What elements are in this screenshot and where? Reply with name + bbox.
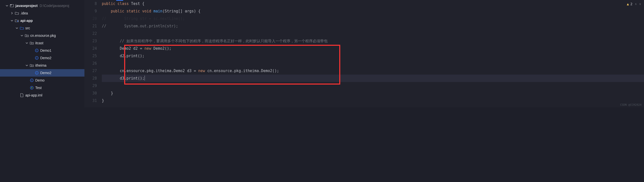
- svg-text:C: C: [36, 50, 38, 52]
- tree-item-demo2[interactable]: CDemo2: [0, 54, 84, 62]
- code-line[interactable]: [102, 82, 644, 90]
- project-sidebar[interactable]: javaseproject D:\Code\javaseproj .ideaap…: [0, 0, 84, 107]
- tree-item-demo2[interactable]: CDemo2: [0, 69, 84, 77]
- token-indent: [102, 76, 120, 81]
- code-line[interactable]: Demo2 d2 = new Demo2();: [102, 45, 644, 52]
- line-number[interactable]: 22: [84, 30, 97, 37]
- svg-point-9: [31, 65, 32, 66]
- line-gutter[interactable]: 89202122232425262728293031: [84, 0, 102, 107]
- svg-point-2: [17, 21, 18, 22]
- svg-rect-1: [10, 5, 12, 5]
- line-number[interactable]: 31: [84, 97, 97, 104]
- tree-item-itcast[interactable]: itcast: [0, 39, 84, 47]
- code-line[interactable]: d3.print();: [102, 75, 644, 82]
- class-icon: C: [35, 49, 39, 53]
- tree-item--idea[interactable]: .idea: [0, 10, 84, 17]
- tree-item-label: Demo2: [40, 56, 52, 60]
- line-number[interactable]: 29: [84, 82, 97, 90]
- token-comment: // System.out.println(str);: [102, 24, 178, 28]
- tree-item-test[interactable]: Test: [0, 84, 84, 91]
- line-number[interactable]: 26: [84, 60, 97, 67]
- token-plain: (String[] args) {: [162, 9, 201, 14]
- code-line[interactable]: // System.out.println(str);: [102, 22, 644, 30]
- code-line[interactable]: [102, 60, 644, 67]
- line-number[interactable]: 21: [84, 22, 97, 30]
- line-number[interactable]: 20: [84, 15, 97, 22]
- token-plain: }: [102, 98, 104, 103]
- chevron-down-icon[interactable]: [25, 63, 29, 67]
- line-number[interactable]: 24: [84, 45, 97, 52]
- tree-item-label: .idea: [20, 11, 28, 15]
- svg-text:C: C: [36, 57, 38, 59]
- line-number[interactable]: 9: [84, 8, 97, 15]
- tree-item-label: itcast: [35, 41, 44, 45]
- token-indent: [102, 54, 120, 58]
- class-run-icon: [30, 86, 34, 90]
- chevron-down-icon[interactable]: [10, 19, 14, 23]
- code-line[interactable]: public class Test {: [102, 0, 644, 8]
- tree-item-api-app[interactable]: api-app: [0, 17, 84, 24]
- token-kw: new: [198, 69, 207, 73]
- token-kw: public static void: [111, 9, 154, 14]
- line-number[interactable]: 27: [84, 67, 97, 75]
- chevron-down-icon[interactable]: [25, 41, 29, 45]
- token-cls: Demo2: [120, 46, 131, 51]
- chevron-down-icon[interactable]: [15, 26, 19, 30]
- token-kw: public class: [102, 2, 131, 6]
- code-line[interactable]: [102, 30, 644, 37]
- chevron-down-icon[interactable]: [20, 34, 24, 38]
- token-plain: d2 =: [131, 46, 144, 51]
- project-root[interactable]: javaseproject D:\Code\javaseproj: [0, 2, 84, 10]
- tree-item-demo[interactable]: CDemo: [0, 77, 84, 84]
- token-plain: d3.print();: [120, 76, 144, 81]
- token-comment-zh: // 如果当前程序中，要调用多个不同包下的程序，而这些程序名正好一样，此时默认只…: [120, 39, 328, 43]
- token-plain: ();: [165, 46, 171, 51]
- tree-item-api-app-iml[interactable]: api-app.iml: [0, 91, 84, 99]
- code-line[interactable]: }: [102, 97, 644, 104]
- token-plain: }: [111, 91, 113, 95]
- token-kw: new: [144, 46, 154, 51]
- project-name: javaseproject: [16, 4, 38, 8]
- tree-item-label: src: [25, 26, 30, 30]
- line-number[interactable]: 23: [84, 37, 97, 45]
- chevron-down-icon[interactable]: [5, 4, 9, 8]
- tree-item-label: Demo2: [40, 71, 52, 75]
- chevron-spacer: [15, 93, 19, 97]
- code-editor[interactable]: ▲ 2 ∧ ∨ 89202122232425262728293031 publi…: [84, 0, 644, 107]
- chevron-right-icon[interactable]: [10, 11, 14, 15]
- tree-item-label: cn.ensource.pkg: [30, 34, 56, 38]
- token-indent: [102, 39, 120, 43]
- tree-item-demo1[interactable]: CDemo1: [0, 47, 84, 54]
- line-number[interactable]: 25: [84, 52, 97, 60]
- code-line[interactable]: }: [102, 90, 644, 97]
- token-plain: d2.print();: [120, 54, 144, 58]
- folder-src-icon: [20, 26, 24, 30]
- tree-item-label: Demo: [35, 78, 44, 82]
- code-area[interactable]: public class Test { public static void m…: [102, 0, 644, 107]
- tree-item-label: api-app: [20, 19, 33, 23]
- tree-item-cn-ensource-pkg[interactable]: cn.ensource.pkg: [0, 32, 84, 39]
- watermark: CSDN @CCH2024: [620, 103, 642, 106]
- code-line[interactable]: public static void main(String[] args) {: [102, 8, 644, 15]
- code-line[interactable]: d2.print();: [102, 52, 644, 60]
- token-indent: [102, 9, 111, 14]
- tree-item-src[interactable]: src: [0, 24, 84, 32]
- code-line[interactable]: // String str = sc.nextLine();: [102, 15, 644, 22]
- code-line[interactable]: cn.ensource.pkg.itheima.Demo2 d3 = new c…: [102, 67, 644, 75]
- module-icon: [15, 19, 19, 23]
- package-icon: [25, 34, 29, 38]
- line-number[interactable]: 8: [84, 0, 97, 8]
- chevron-spacer: [25, 78, 29, 82]
- tree-item-itheima[interactable]: itheima: [0, 62, 84, 69]
- class-icon: C: [35, 71, 39, 75]
- project-icon: [10, 4, 14, 8]
- token-indent: [102, 46, 120, 51]
- tree-item-label: itheima: [35, 63, 46, 67]
- chevron-spacer: [30, 71, 34, 75]
- code-line[interactable]: // 如果当前程序中，要调用多个不同包下的程序，而这些程序名正好一样，此时默认只…: [102, 37, 644, 45]
- line-number[interactable]: 30: [84, 90, 97, 97]
- svg-point-4: [31, 43, 32, 44]
- line-number[interactable]: 28: [84, 75, 97, 82]
- token-method: main: [154, 9, 162, 14]
- text-caret: [144, 76, 145, 81]
